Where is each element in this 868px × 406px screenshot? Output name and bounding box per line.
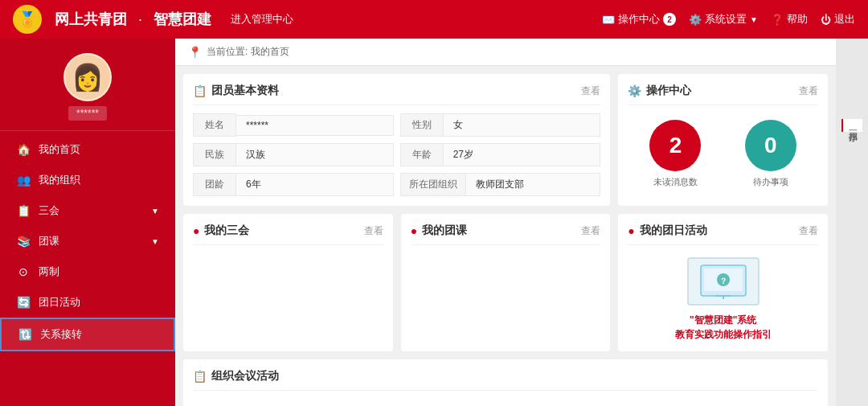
layout: 👩 ****** 🏠 我的首页 👥 我的组织 📋 三会 <box>0 39 868 406</box>
ops-card-title: ⚙️ 操作中心 <box>628 84 691 98</box>
member-card-view[interactable]: 查看 <box>581 84 600 98</box>
sidebar-item-sanhui[interactable]: 📋 三会 ▼ <box>0 195 175 226</box>
member-label-age: 年龄 <box>400 143 444 166</box>
ops-center-label: 操作中心 <box>618 12 660 27</box>
home-icon: 🏠 <box>16 143 31 156</box>
promo-image: ？ <box>683 253 764 310</box>
promo-monitor: ？ <box>687 257 760 306</box>
member-grid: 姓名 ****** 性别 女 民族 汉族 年龄 27岁 <box>193 113 600 196</box>
svg-text:？: ？ <box>719 277 727 285</box>
ops-card: ⚙️ 操作中心 查看 2 未读消息数 0 <box>618 74 828 206</box>
settings-icon: ⚙️ <box>689 14 702 26</box>
member-card-header: 📋 团员基本资料 查看 <box>193 84 600 105</box>
header: 🏅 网上共青团 · 智慧团建 进入管理中心 ✉️ 操作中心 2 ⚙️ 系统设置 … <box>0 0 868 39</box>
sidebar-item-transfer[interactable]: 🔃 关系接转 <box>0 318 175 351</box>
member-row-name: 姓名 ****** <box>193 113 394 137</box>
org-card-title-text: 组织会议活动 <box>211 369 279 383</box>
tuanke-chevron-icon: ▼ <box>151 237 159 246</box>
tuanri-card-header: ● 我的团日活动 查看 <box>628 224 818 245</box>
sanhui-icon: 📋 <box>16 204 31 217</box>
tuanke-card-icon: ● <box>411 224 417 237</box>
breadcrumb-text: 当前位置: 我的首页 <box>207 45 289 59</box>
sidebar-item-liangzhi[interactable]: ⊙ 两制 <box>0 256 175 287</box>
ops-card-view[interactable]: 查看 <box>799 84 818 98</box>
sidebar-nav: 🏠 我的首页 👥 我的组织 📋 三会 ▼ 📚 <box>0 131 175 351</box>
member-label-name: 姓名 <box>193 113 236 137</box>
help-icon: ❓ <box>771 14 784 26</box>
settings-chevron-icon: ▼ <box>750 15 758 24</box>
member-row-gender: 性别 女 <box>400 113 601 137</box>
avatar-image: 👩 <box>72 62 104 92</box>
sidebar-item-home-label: 我的首页 <box>39 142 80 157</box>
unread-count: 2 <box>669 133 682 158</box>
settings-link[interactable]: ⚙️ 系统设置 ▼ <box>689 12 758 27</box>
unread-label: 未读消息数 <box>653 176 698 188</box>
sidebar-item-tuanke-label: 团课 <box>39 234 59 248</box>
sidebar-item-transfer-label: 关系接转 <box>40 327 82 342</box>
sidebar-item-tuanke[interactable]: 📚 团课 ▼ <box>0 226 175 256</box>
org-card: 📋 组织会议活动 <box>183 359 828 406</box>
monitor-svg: ？ <box>699 264 747 300</box>
sidebar-item-sanhui-label: 三会 <box>39 203 59 218</box>
tuanke-card-title: ● 我的团课 <box>411 224 467 238</box>
org-card-icon: 📋 <box>193 370 207 383</box>
member-card: 📋 团员基本资料 查看 姓名 ****** 性别 女 民族 <box>183 74 610 206</box>
mail-icon: ✉️ <box>602 14 615 26</box>
sidebar-item-liangzhi-label: 两制 <box>39 265 59 279</box>
member-label-tuanorg: 所在团组织 <box>400 173 466 196</box>
member-label-ethnic: 民族 <box>193 143 236 166</box>
side-panel-label[interactable]: 小程序扫一扫 <box>841 119 862 132</box>
tuanke-card-view[interactable]: 查看 <box>581 224 600 238</box>
help-link[interactable]: ❓ 帮助 <box>771 12 808 27</box>
tuanke-icon: 📚 <box>16 235 31 248</box>
ops-card-title-text: 操作中心 <box>646 84 691 98</box>
sidebar-item-activity-label: 团日活动 <box>39 295 80 310</box>
member-value-age: 27岁 <box>444 143 601 166</box>
sidebar-item-home[interactable]: 🏠 我的首页 <box>0 134 175 165</box>
sidebar-item-activity[interactable]: 🔄 团日活动 <box>0 287 175 318</box>
ops-circles: 2 未读消息数 0 待办事项 <box>628 113 818 195</box>
breadcrumb: 📍 当前位置: 我的首页 <box>175 39 836 66</box>
tuanri-card-title: ● 我的团日活动 <box>628 224 706 238</box>
username-label: ****** <box>68 106 107 121</box>
tuanke-card-title-text: 我的团课 <box>422 224 467 238</box>
header-divider: · <box>138 11 142 28</box>
pending-count: 0 <box>764 133 777 158</box>
liangzhi-icon: ⊙ <box>16 265 31 278</box>
sanhui-card-title: ● 我的三会 <box>193 224 249 238</box>
sanhui-card-icon: ● <box>193 224 199 237</box>
pending-circle: 0 <box>745 120 796 171</box>
member-row-tuanorg: 所在团组织 教师团支部 <box>400 173 601 196</box>
side-panel: 小程序扫一扫 <box>836 39 868 406</box>
member-value-tuanling: 6年 <box>236 173 394 196</box>
logout-link[interactable]: ⏻ 退出 <box>821 12 855 27</box>
ops-center-link[interactable]: ✉️ 操作中心 2 <box>602 12 676 27</box>
unread-circle: 2 <box>649 120 701 171</box>
user-area: 👩 ****** <box>0 39 175 131</box>
member-row-tuanling: 团龄 6年 <box>193 173 394 196</box>
member-card-title: 📋 团员基本资料 <box>193 84 279 98</box>
tuanri-card-view[interactable]: 查看 <box>799 224 818 238</box>
header-title: 网上共青团 <box>55 10 127 29</box>
sanhui-card: ● 我的三会 查看 <box>183 214 393 351</box>
sidebar-item-org[interactable]: 👥 我的组织 <box>0 165 175 195</box>
pending-circle-group: 0 待办事项 <box>745 120 796 188</box>
sidebar-item-org-label: 我的组织 <box>39 173 80 187</box>
org-icon: 👥 <box>16 174 31 187</box>
sanhui-card-title-text: 我的三会 <box>204 224 249 238</box>
ops-card-icon: ⚙️ <box>628 84 641 97</box>
org-card-header: 📋 组织会议活动 <box>193 369 818 391</box>
power-icon: ⏻ <box>821 14 831 26</box>
enter-management-link[interactable]: 进入管理中心 <box>231 12 293 27</box>
logo-icon: 🏅 <box>13 5 42 34</box>
avatar: 👩 <box>63 53 112 101</box>
sanhui-card-view[interactable]: 查看 <box>364 224 383 238</box>
header-subtitle: 智慧团建 <box>154 10 211 29</box>
member-card-title-text: 团员基本资料 <box>211 84 279 98</box>
logout-label: 退出 <box>834 12 855 27</box>
member-row-ethnic: 民族 汉族 <box>193 143 394 166</box>
member-value-gender: 女 <box>444 113 601 137</box>
unread-circle-group: 2 未读消息数 <box>649 120 701 188</box>
member-value-tuanorg: 教师团支部 <box>466 173 601 196</box>
tuanke-card-body <box>411 253 601 301</box>
